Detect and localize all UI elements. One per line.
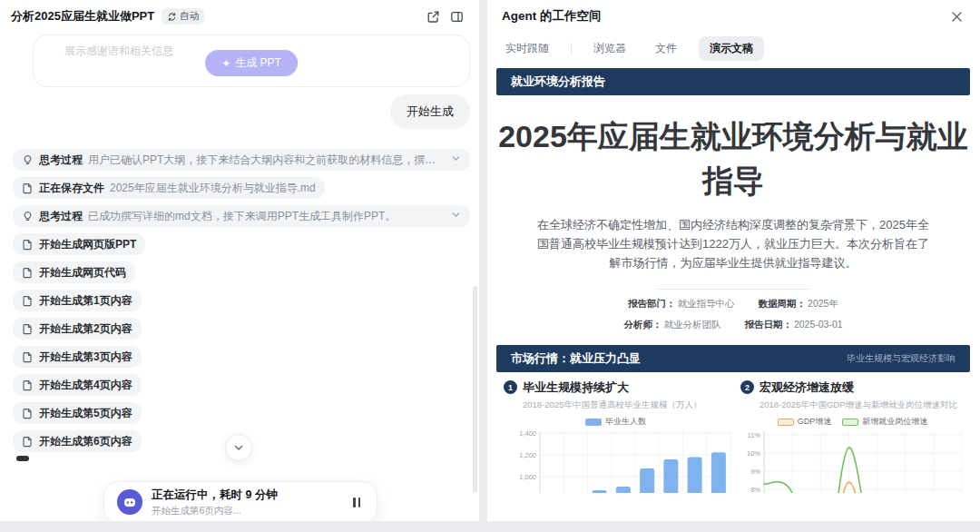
- share-icon[interactable]: [421, 5, 445, 28]
- row-label: 开始生成第2页内容: [39, 321, 132, 337]
- saving-file-row[interactable]: 正在保存文件2025年应届生就业环境分析与就业指导.md: [13, 177, 325, 199]
- status-texts: 正在运行中，耗时 9 分钟 开始生成第6页内容...: [152, 488, 340, 517]
- pause-button[interactable]: [349, 494, 364, 511]
- run-status-card: 正在运行中，耗时 9 分钟 开始生成第6页内容...: [103, 481, 377, 521]
- tab-divider: [571, 43, 572, 55]
- row-label: 开始生成第6页内容: [39, 434, 132, 449]
- chart-block: 2宏观经济增速放缓2018-2025年中国GDP增速与新增就业岗位增速对比GDP…: [733, 377, 970, 493]
- chart-head: 1毕业生规模持续扩大: [504, 379, 728, 396]
- generate-ppt-button[interactable]: ✦ 生成 PPT: [205, 50, 298, 76]
- chart-legend: GDP增速新增就业岗位增速: [740, 417, 965, 428]
- file-icon: [22, 379, 34, 391]
- user-message-bubble: 开始生成: [390, 94, 470, 129]
- task-header: 分析2025应届生就业做PPT 自动: [0, 0, 479, 33]
- slide-meta: 报告部门：就业指导中心数据周期：2025年分析师：就业分析团队报告日期：2025…: [496, 298, 970, 331]
- presentation-preview: 就业环境分析报告 2025年应届生就业环境分析与就业指导 在全球经济不确定性增加…: [496, 68, 970, 493]
- workspace-header: Agent 的工作空间: [487, 0, 980, 33]
- legend-item: GDP增速: [778, 416, 832, 428]
- svg-text:10%: 10%: [747, 448, 760, 457]
- app-root: 分析2025应届生就业做PPT 自动 展示感谢语和相关信息 ✦ 生成 PPT 开…: [0, 0, 980, 532]
- chevron-down-icon: [233, 442, 244, 453]
- auto-mode-badge[interactable]: 自动: [162, 8, 204, 25]
- bar-chart: 8001,0001,2001,400万人: [504, 429, 736, 493]
- chart-number-badge: 1: [504, 380, 517, 394]
- scroll-to-bottom-button[interactable]: [225, 434, 252, 461]
- section-subtitle: 毕业生规模与宏观经济影响: [847, 352, 956, 365]
- file-icon: [22, 239, 34, 251]
- scrollbar-thumb[interactable]: [473, 286, 477, 493]
- meta-line: 报告部门：就业指导中心数据周期：2025年: [496, 298, 970, 310]
- slide-main-title: 2025年应届生就业环境分析与就业指导: [497, 114, 969, 204]
- row-label: 思考过程: [39, 153, 83, 168]
- chart-number-badge: 2: [740, 380, 754, 394]
- legend-swatch: [778, 419, 794, 426]
- workspace-tab-3[interactable]: 演示文稿: [699, 36, 764, 61]
- chevron-down-icon[interactable]: [451, 153, 461, 166]
- chart-title: 毕业生规模持续扩大: [523, 379, 629, 396]
- close-icon[interactable]: [946, 6, 966, 26]
- chart-title: 宏观经济增速放缓: [760, 379, 854, 396]
- file-icon: [22, 295, 34, 307]
- generation-step-row[interactable]: 开始生成第1页内容: [13, 290, 142, 311]
- workspace-tab-2[interactable]: 文件: [648, 36, 684, 61]
- file-icon: [22, 323, 34, 335]
- svg-text:1,400: 1,400: [519, 429, 536, 438]
- svg-text:9%: 9%: [750, 467, 760, 475]
- chart-block: 1毕业生规模持续扩大2018-2025年中国普通高校毕业生规模（万人）毕业生人数…: [496, 377, 733, 493]
- slide-header-bar: 就业环境分析报告: [496, 68, 970, 95]
- user-message-row: 开始生成: [0, 87, 479, 129]
- workspace-tabs: 实时跟随浏览器文件演示文稿: [487, 33, 980, 68]
- charts-row: 1毕业生规模持续扩大2018-2025年中国普通高校毕业生规模（万人）毕业生人数…: [496, 377, 970, 493]
- meta-divider: [656, 289, 810, 290]
- agent-avatar: [117, 489, 142, 515]
- legend-item: 毕业生人数: [585, 416, 646, 428]
- lightbulb-icon: [22, 211, 34, 222]
- generation-step-row[interactable]: 开始生成第4页内容: [13, 374, 142, 396]
- assistant-message-card: 展示感谢语和相关信息 ✦ 生成 PPT: [33, 34, 470, 87]
- legend-swatch: [585, 419, 602, 426]
- file-icon: [22, 351, 34, 363]
- generation-step-row[interactable]: 开始生成网页版PPT: [13, 233, 145, 255]
- svg-text:1,000: 1,000: [519, 472, 536, 480]
- workspace-panel: Agent 的工作空间 实时跟随浏览器文件演示文稿 就业环境分析报告 2025年…: [486, 0, 980, 521]
- generation-step-row[interactable]: 开始生成第5页内容: [13, 402, 142, 424]
- thought-process-row[interactable]: 思考过程用户已确认PPT大纲，接下来结合大纲内容和之前获取的材料信息，撰写详细的…: [13, 149, 470, 171]
- chart-subtitle: 2018-2025年中国GDP增速与新增就业岗位增速对比: [760, 399, 965, 411]
- thought-process-row[interactable]: 思考过程已成功撰写详细的md文档，接下来调用PPT生成工具制作PPT。: [13, 205, 470, 227]
- chevron-down-icon[interactable]: [451, 210, 461, 222]
- row-text: 用户已确认PPT大纲，接下来结合大纲内容和之前获取的材料信息，撰写详细的md文档…: [88, 153, 446, 168]
- row-label: 开始生成网页代码: [39, 265, 126, 281]
- slide-intro-text: 在全球经济不确定性增加、国内经济结构深度调整的复杂背景下，2025年全国普通高校…: [533, 215, 934, 272]
- generation-step-row[interactable]: 开始生成第6页内容: [13, 430, 142, 452]
- task-panel: 分析2025应届生就业做PPT 自动 展示感谢语和相关信息 ✦ 生成 PPT 开…: [0, 0, 479, 521]
- chart-legend: 毕业生人数: [504, 417, 728, 428]
- svg-text:11%: 11%: [748, 430, 761, 438]
- legend-swatch: [842, 419, 858, 426]
- typing-cursor: [16, 456, 29, 461]
- svg-text:8%: 8%: [750, 485, 760, 493]
- meta-pair: 分析师：就业分析团队: [623, 319, 720, 331]
- tool-step-list: 思考过程用户已确认PPT大纲，接下来结合大纲内容和之前获取的材料信息，撰写详细的…: [0, 129, 479, 452]
- workspace-tab-1[interactable]: 浏览器: [586, 36, 633, 61]
- toggle-panel-icon[interactable]: [445, 5, 468, 28]
- row-label: 开始生成第5页内容: [39, 406, 132, 421]
- row-label: 开始生成第1页内容: [39, 293, 132, 309]
- file-icon: [22, 267, 34, 279]
- generation-step-row[interactable]: 开始生成网页代码: [13, 261, 135, 283]
- section-title: 市场行情：就业压力凸显: [511, 350, 641, 367]
- slide-header-title: 就业环境分析报告: [511, 74, 605, 90]
- workspace-tab-0[interactable]: 实时跟随: [498, 36, 556, 61]
- workspace-title: Agent 的工作空间: [502, 8, 946, 25]
- task-title: 分析2025应届生就业做PPT: [11, 8, 154, 25]
- meta-pair: 报告部门：就业指导中心: [628, 298, 735, 310]
- meta-pair: 报告日期：2025-03-01: [744, 319, 842, 331]
- line-chart: 11%10%9%8%7%: [740, 429, 967, 493]
- section-header-bar: 市场行情：就业压力凸显 毕业生规模与宏观经济影响: [496, 345, 970, 372]
- generation-step-row[interactable]: 开始生成第2页内容: [13, 318, 142, 340]
- svg-text:1,200: 1,200: [519, 450, 536, 458]
- generation-step-row[interactable]: 开始生成第3页内容: [13, 346, 142, 368]
- assistant-message-text: 展示感谢语和相关信息: [64, 44, 173, 59]
- file-icon: [22, 436, 34, 448]
- row-label: 开始生成第4页内容: [39, 378, 132, 393]
- status-title: 正在运行中，耗时 9 分钟: [152, 488, 340, 503]
